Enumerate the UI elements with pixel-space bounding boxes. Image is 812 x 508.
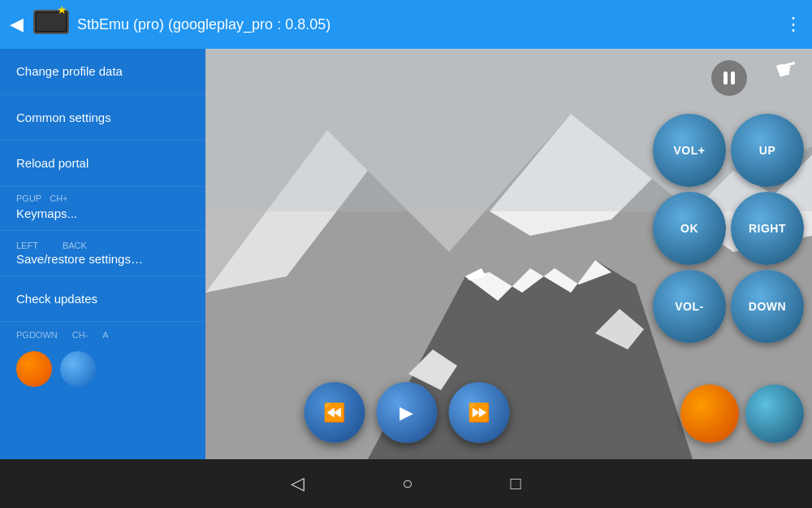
nav-back-button[interactable]: ◁ [291, 473, 304, 494]
sidebar-color-circles [0, 345, 205, 393]
playback-buttons: ⏪ ▶ ⏩ [304, 382, 509, 443]
overflow-menu-button[interactable]: ⋮ [784, 14, 802, 35]
app-icon: ★ [33, 10, 69, 39]
sidebar-item-save-restore[interactable]: Save/restore settings… [16, 252, 189, 266]
up-button[interactable]: UP [731, 114, 804, 187]
vol-minus-button[interactable]: VOL- [653, 270, 726, 343]
sidebar-save-section: LEFT BACK Save/restore settings… [0, 230, 205, 276]
keymap-hints: PGUP CH+ [16, 193, 189, 203]
pgdown-hint-a: A [102, 330, 108, 340]
sidebar-blue-button[interactable] [60, 351, 96, 387]
right-button[interactable]: RIGHT [731, 192, 804, 265]
sidebar-item-common-settings[interactable]: Common settings [0, 95, 205, 141]
sidebar-item-reload-portal[interactable]: Reload portal [0, 141, 205, 187]
fast-forward-icon: ⏩ [468, 402, 490, 423]
play-icon: ▶ [400, 402, 413, 423]
save-hint-back: BACK [63, 241, 87, 250]
keymap-hint-pgup: PGUP [16, 193, 41, 203]
pause-button[interactable] [711, 60, 747, 96]
orange-action-button[interactable] [680, 384, 739, 443]
app-title: StbEmu (pro) (googleplay_pro : 0.8.05) [77, 16, 784, 33]
rewind-icon: ⏪ [323, 402, 345, 423]
nav-recents-button[interactable]: □ [511, 473, 521, 494]
save-hint-left: LEFT [16, 241, 38, 250]
top-bar: ◀ ★ StbEmu (pro) (googleplay_pro : 0.8.0… [0, 0, 812, 49]
down-button[interactable]: DOWN [731, 270, 804, 343]
sidebar-item-check-updates[interactable]: Check updates [0, 276, 205, 323]
sidebar-orange-button[interactable] [16, 351, 52, 387]
star-icon: ★ [57, 3, 67, 16]
color-buttons [680, 384, 804, 443]
back-button[interactable]: ◀ [10, 14, 24, 35]
directional-buttons: VOL+ UP OK RIGHT VOL- DOWN [653, 114, 804, 343]
ok-button[interactable]: OK [653, 192, 726, 265]
pause-bar-left [723, 72, 728, 85]
sidebar-item-change-profile[interactable]: Change profile data [0, 49, 205, 95]
play-button[interactable]: ▶ [376, 382, 437, 443]
vol-plus-button[interactable]: VOL+ [653, 114, 726, 187]
nav-bar: ◁ ○ □ [0, 459, 812, 508]
main-content: Change profile data Common settings Relo… [0, 49, 812, 459]
save-hints: LEFT BACK [16, 241, 189, 250]
fast-forward-button[interactable]: ⏩ [448, 382, 509, 443]
sidebar-item-keymaps[interactable]: Keymaps... [16, 206, 189, 220]
pause-icon [723, 72, 735, 85]
pause-bar-right [731, 72, 735, 85]
pgdown-hint-chminus: CH- [72, 330, 89, 340]
keymap-hint-chplus: CH+ [50, 193, 67, 203]
sidebar-pgdown-hints: PGDOWN CH- A [0, 322, 205, 345]
sidebar-keymap-section: PGUP CH+ Keymaps... [0, 187, 205, 230]
sidebar: Change profile data Common settings Relo… [0, 49, 205, 459]
nav-home-button[interactable]: ○ [402, 473, 412, 494]
pgdown-hint-pgdown: PGDOWN [16, 330, 58, 340]
rewind-button[interactable]: ⏪ [304, 382, 365, 443]
video-area: ☛ VOL+ UP OK RIGHT VOL- DOWN ⏪ ▶ [205, 49, 812, 459]
blue-action-button[interactable] [745, 384, 804, 443]
